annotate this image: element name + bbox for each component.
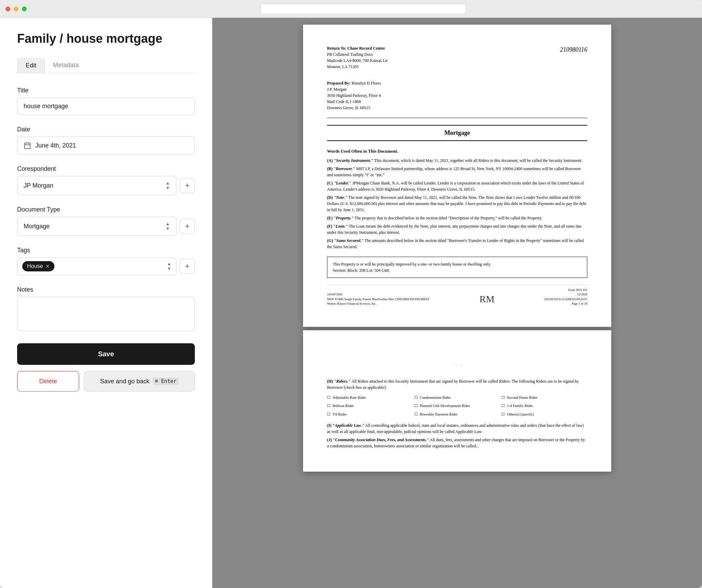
maximize-button[interactable] — [22, 7, 27, 11]
save-back-label: Save and go back — [100, 378, 149, 385]
rider-pud: ☐ Planned Unit Development Rider — [414, 403, 500, 409]
paragraph-a: (A) "Security Instrument." This document… — [327, 157, 587, 164]
page-title: Family / house mortgage — [17, 31, 195, 46]
page2-spacer: · · · — [327, 351, 587, 378]
tags-add-button[interactable]: + — [180, 259, 195, 274]
words-title-text: Words Used Often in This Document. — [327, 149, 398, 154]
rider-adjustable: ☐ Adjustable Rate Rider — [327, 395, 413, 400]
doc-ref-number: 210980116 — [560, 45, 587, 70]
footer-date: 12/2020 — [544, 292, 588, 297]
document-page-2: · · · (H) "Riders." All Riders attached … — [303, 330, 611, 472]
doc-prepared-by: Prepared By: Rimalyn D Flores J.P. Morga… — [327, 80, 587, 111]
doc-footer: 1910473926 NEW YORK-Single Family-Fannie… — [327, 285, 587, 306]
document-type-add-button[interactable]: + — [180, 219, 195, 234]
checkbox-icon: ☐ — [414, 395, 418, 400]
notes-field-group: Notes — [17, 286, 195, 332]
page2-paragraph-h: (H) "Riders." All Riders attached to thi… — [327, 378, 587, 391]
document-type-row: Mortgage ▲ ▼ + — [17, 217, 195, 236]
page2-paragraph-j: (J) "Community Association Dues, Fees, a… — [327, 437, 587, 449]
prepared-by-label: Prepared By: — [327, 81, 351, 86]
document-type-value: Mortgage — [24, 223, 50, 230]
svg-rect-0 — [25, 143, 30, 149]
tags-input[interactable]: House ✕ ▲ ▼ — [17, 257, 176, 275]
paragraph-g: (G) "Sums Secured." The amounts describe… — [327, 238, 587, 250]
tag-house-remove[interactable]: ✕ — [46, 264, 50, 269]
return-address-1: PB Collateral Trailing Docs — [327, 51, 387, 57]
correspondent-value: JP Morgan — [24, 182, 53, 189]
save-back-button[interactable]: Save and go back ⌘ Enter — [84, 371, 195, 392]
prepared-by-company: J.P. Morgan — [327, 86, 587, 92]
separator-1 — [327, 118, 587, 118]
checkbox-icon: ☐ — [414, 411, 418, 417]
checkbox-icon: ☐ — [414, 403, 418, 409]
document-page-1: Return To: Chase Record Center PB Collat… — [303, 25, 611, 327]
checkbox-icon: ☐ — [501, 395, 505, 400]
keyboard-shortcut: ⌘ Enter — [153, 378, 178, 385]
delete-button[interactable]: Delete — [17, 371, 79, 392]
tags-chevron-icon: ▲ ▼ — [167, 262, 171, 271]
title-label: Title — [17, 87, 195, 94]
footer-right: Form 3033 101 12/2020 202105163.0.21334N… — [544, 288, 588, 306]
return-address-3: Monroe, LA 71203 — [327, 64, 387, 70]
date-value: June 4th, 2021 — [35, 142, 76, 149]
save-button[interactable]: Save — [17, 343, 195, 365]
rider-condominium: ☐ Condominium Rider — [414, 395, 500, 400]
footer-page: Page 1 of 18 — [544, 302, 588, 306]
chevron-updown-icon: ▲ ▼ — [166, 181, 170, 190]
prepared-by-name: Rimalyn D Flores — [352, 81, 381, 86]
prepared-by-address-1: 3050 Highland Parkway, Floor 4 — [327, 92, 587, 99]
checkbox-icon: ☐ — [327, 403, 330, 409]
tab-metadata[interactable]: Metadata — [45, 58, 87, 73]
minimize-button[interactable] — [14, 7, 18, 11]
bottom-buttons: Delete Save and go back ⌘ Enter — [17, 371, 195, 392]
rider-1-4-family: ☐ 1-4 Family Rider — [501, 403, 587, 409]
paragraph-d: (D) "Note." The note signed by Borrower … — [327, 194, 587, 213]
correspondent-field-group: Corespondent JP Morgan ▲ ▼ + — [17, 165, 195, 195]
footer-version: 202105163.0.21334N202101241Y — [544, 297, 588, 302]
right-panel[interactable]: ℹ Return To: Chase Record Center PB Coll… — [212, 18, 702, 588]
tag-house-label: House — [27, 263, 43, 269]
document-type-field-group: Document Type Mortgage ▲ ▼ + — [17, 206, 195, 236]
footer-left: 1910473926 NEW YORK-Single Family-Fannie… — [327, 292, 429, 306]
app-window: Family / house mortgage Edit Metadata Ti… — [0, 0, 702, 588]
prepared-by-address-2: Mail Code IL1-1800 — [327, 99, 587, 105]
tags-field-group: Tags House ✕ ▲ ▼ — [17, 247, 195, 275]
calendar-icon — [24, 142, 31, 149]
rider-biweekly: ☐ Biweekly Payment Rider — [414, 411, 500, 417]
checkbox-icon: ☐ — [327, 395, 330, 400]
page2-paragraph-i: (I) "Applicable Law." All controlling ap… — [327, 422, 587, 435]
tab-edit[interactable]: Edit — [17, 58, 45, 73]
rider-second-home: ☐ Second Home Rider — [501, 395, 587, 400]
notes-textarea[interactable] — [17, 297, 195, 331]
date-label: Date — [17, 126, 195, 133]
close-button[interactable] — [5, 7, 10, 11]
titlebar — [0, 0, 702, 18]
date-field-group: Date June 4th, 2021 — [17, 126, 195, 154]
paragraph-f: (F) "Loan." The Loan means the debt evid… — [327, 223, 587, 235]
date-input[interactable]: June 4th, 2021 — [17, 137, 195, 154]
document-type-label: Document Type — [17, 206, 195, 213]
content-area: Family / house mortgage Edit Metadata Ti… — [0, 18, 702, 588]
tags-label: Tags — [17, 247, 195, 254]
return-to-text: Return To: Chase Record Center — [327, 46, 385, 51]
tags-row: House ✕ ▲ ▼ + — [17, 257, 195, 275]
footer-id: 1910473926 — [327, 292, 429, 297]
notes-label: Notes — [17, 286, 195, 293]
page-2-content: · · · (H) "Riders." All Riders attached … — [327, 351, 587, 449]
url-bar[interactable] — [261, 4, 466, 14]
paragraph-c: (C) "Lender." JPMorgan Chase Bank, N.A. … — [327, 180, 587, 192]
doc-return-address: Return To: Chase Record Center PB Collat… — [327, 45, 387, 70]
paragraph-e: (E) "Property." The property that is des… — [327, 215, 587, 221]
correspondent-add-button[interactable]: + — [180, 178, 195, 193]
rider-other: ☐ Other(s) [specify] — [501, 411, 587, 417]
property-box-section: Section: Block: 208 Lot: 504 Unit: — [333, 267, 581, 273]
riders-grid: ☐ Adjustable Rate Rider ☐ Condominium Ri… — [327, 395, 587, 419]
paragraph-b: (B) "Borrower." M8T LP, a Delaware limit… — [327, 166, 587, 178]
correspondent-select[interactable]: JP Morgan ▲ ▼ — [17, 176, 176, 195]
title-input[interactable] — [17, 98, 195, 115]
return-address-2: Mailcode LA4-8000, 700 Kansas Ln — [327, 57, 387, 64]
left-panel: Family / house mortgage Edit Metadata Ti… — [0, 18, 212, 588]
document-type-select[interactable]: Mortgage ▲ ▼ — [17, 217, 176, 236]
footer-publisher: Wolters Kluwer Financial Services, Inc. — [327, 302, 429, 306]
checkbox-icon: ☐ — [501, 411, 505, 417]
